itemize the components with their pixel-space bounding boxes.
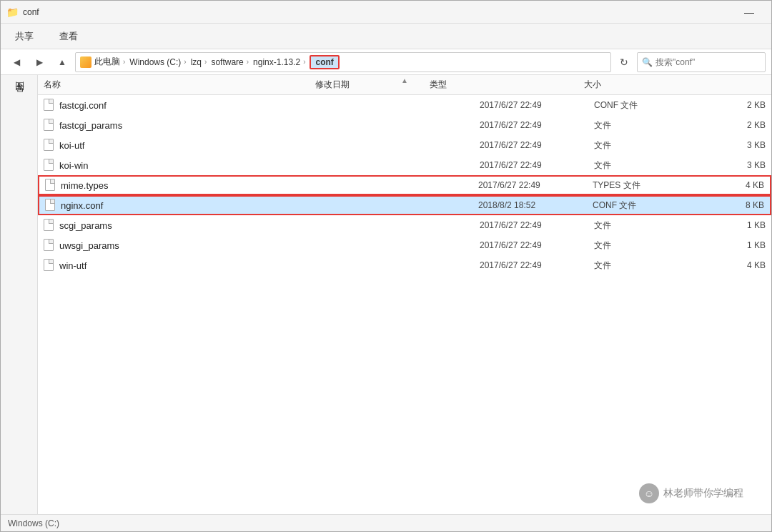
status-bar: Windows (C:): [1, 514, 771, 531]
file-size: 1 KB: [708, 240, 766, 250]
title-bar-left: 📁 conf: [6, 6, 39, 18]
sidebar: ▲ 导图: [1, 75, 38, 514]
file-date: 2017/6/27 22:49: [478, 180, 593, 190]
file-date: 2018/8/2 18:52: [478, 200, 593, 210]
address-segment-software[interactable]: software ›: [211, 57, 250, 67]
file-date: 2017/6/27 22:49: [480, 120, 594, 130]
file-date: 2017/6/27 22:49: [480, 220, 594, 230]
table-row[interactable]: uwsgi_params 2017/6/27 22:49 文件 1 KB: [38, 235, 771, 255]
file-date: 2017/6/27 22:49: [480, 140, 594, 150]
nav-back-button[interactable]: ◀: [6, 52, 26, 72]
nav-forward-button[interactable]: ▶: [29, 52, 49, 72]
file-size: 1 KB: [708, 220, 766, 230]
main-area: ▲ 导图 ▲ 名称 修改日期 类型 大小 fastcgi.conf 2017/6…: [1, 75, 771, 514]
file-size: 2 KB: [708, 100, 766, 110]
file-icon: [44, 99, 55, 112]
file-type: 文件: [594, 220, 708, 232]
address-row: ◀ ▶ ▲ 此电脑 › Windows (C:) › lzq › softwar…: [1, 49, 771, 75]
nav-up-button[interactable]: ▲: [52, 52, 72, 72]
file-date: 2017/6/27 22:49: [480, 240, 594, 250]
file-type: 文件: [594, 139, 708, 152]
file-type: 文件: [594, 240, 708, 252]
arrow-icon4: ›: [247, 58, 249, 66]
file-name: mime.types: [61, 180, 478, 191]
minimize-button[interactable]: —: [733, 1, 766, 24]
file-name: fastcgi.conf: [59, 100, 480, 111]
watermark-icon: ☺: [639, 483, 659, 503]
file-explorer-window: 📁 conf — 共享 查看 ◀ ▶ ▲ 此电脑 › Windows (C:) …: [0, 0, 772, 532]
file-icon: [44, 259, 55, 272]
file-type: 文件: [594, 260, 708, 272]
title-bar: 📁 conf —: [1, 1, 771, 24]
sidebar-label: 导图: [13, 97, 26, 99]
file-area: ▲ 名称 修改日期 类型 大小 fastcgi.conf 2017/6/27 2…: [38, 75, 771, 514]
file-type: 文件: [594, 119, 708, 132]
file-size: 3 KB: [708, 140, 766, 150]
file-name: koi-win: [59, 160, 480, 171]
share-button[interactable]: 共享: [9, 27, 39, 46]
window-title: conf: [23, 7, 39, 17]
file-icon: [44, 159, 55, 172]
file-list: fastcgi.conf 2017/6/27 22:49 CONF 文件 2 K…: [38, 95, 771, 514]
address-segment-lzq[interactable]: lzq ›: [191, 57, 209, 67]
table-row[interactable]: nginx.conf 2018/8/2 18:52 CONF 文件 8 KB: [38, 195, 771, 215]
file-name: uwsgi_params: [59, 240, 480, 251]
address-segment-drive[interactable]: Windows (C:) ›: [129, 57, 187, 67]
file-size: 3 KB: [708, 160, 766, 170]
table-row[interactable]: koi-win 2017/6/27 22:49 文件 3 KB: [38, 155, 771, 175]
file-icon: [44, 119, 55, 132]
table-row[interactable]: fastcgi_params 2017/6/27 22:49 文件 2 KB: [38, 115, 771, 135]
sort-button[interactable]: ▲: [401, 77, 408, 84]
table-row[interactable]: win-utf 2017/6/27 22:49 文件 4 KB: [38, 255, 771, 275]
address-bar[interactable]: 此电脑 › Windows (C:) › lzq › software › ng…: [75, 52, 611, 72]
table-row[interactable]: koi-utf 2017/6/27 22:49 文件 3 KB: [38, 135, 771, 155]
file-name: koi-utf: [59, 140, 480, 151]
arrow-icon3: ›: [204, 58, 207, 66]
arrow-icon2: ›: [184, 58, 186, 66]
col-header-type[interactable]: 类型: [430, 79, 544, 91]
file-type: CONF 文件: [593, 200, 707, 212]
file-icon: [45, 199, 56, 212]
table-row[interactable]: fastcgi.conf 2017/6/27 22:49 CONF 文件 2 K…: [38, 95, 771, 115]
window-icon: 📁: [6, 6, 19, 18]
toolbar: 共享 查看: [1, 24, 771, 49]
file-name: nginx.conf: [61, 200, 478, 211]
file-size: 2 KB: [708, 120, 766, 130]
file-type: 文件: [594, 159, 708, 172]
watermark-text: 林老师带你学编程: [663, 487, 743, 500]
file-name: scgi_params: [59, 220, 480, 231]
file-name: win-utf: [59, 260, 480, 271]
address-segment-conf[interactable]: conf: [310, 55, 339, 69]
arrow-icon5: ›: [303, 58, 305, 66]
file-icon: [44, 219, 55, 232]
col-header-name[interactable]: 名称: [44, 79, 315, 91]
search-icon: 🔍: [642, 57, 653, 67]
file-size: 4 KB: [708, 260, 766, 270]
search-box[interactable]: 🔍: [637, 52, 766, 72]
file-type: TYPES 文件: [593, 179, 707, 192]
file-date: 2017/6/27 22:49: [480, 160, 594, 170]
address-segment-nginx[interactable]: nginx-1.13.2 ›: [253, 57, 307, 67]
arrow-icon: ›: [123, 58, 125, 66]
file-icon: [45, 179, 56, 192]
col-header-size[interactable]: 大小: [544, 79, 601, 91]
sidebar-scroll-up[interactable]: ▲: [6, 78, 32, 91]
refresh-button[interactable]: ↻: [614, 52, 634, 72]
file-size: 8 KB: [707, 200, 764, 210]
col-header-date[interactable]: 修改日期: [315, 79, 430, 91]
search-input[interactable]: [655, 57, 763, 67]
table-row[interactable]: scgi_params 2017/6/27 22:49 文件 1 KB: [38, 215, 771, 235]
file-icon: [44, 239, 55, 252]
file-date: 2017/6/27 22:49: [480, 260, 594, 270]
address-segment-pc[interactable]: 此电脑 ›: [94, 56, 127, 68]
watermark: ☺ 林老师带你学编程: [639, 483, 743, 503]
status-text: Windows (C:): [8, 518, 59, 528]
file-name: fastcgi_params: [59, 120, 480, 131]
table-row[interactable]: mime.types 2017/6/27 22:49 TYPES 文件 4 KB: [38, 175, 771, 195]
address-folder-icon: [80, 56, 91, 68]
file-date: 2017/6/27 22:49: [480, 100, 594, 110]
title-controls: —: [733, 1, 766, 24]
view-button[interactable]: 查看: [54, 27, 84, 46]
column-headers: ▲ 名称 修改日期 类型 大小: [38, 75, 771, 95]
file-type: CONF 文件: [594, 99, 708, 112]
